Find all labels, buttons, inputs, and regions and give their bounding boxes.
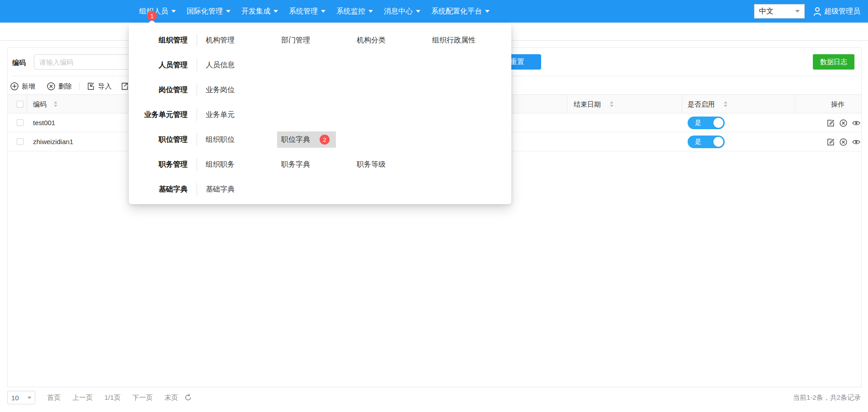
toggle-knob <box>713 137 723 147</box>
menu-item-duty-dictionary[interactable]: 职务字典 <box>281 156 310 173</box>
menu-dev-integration[interactable]: 开发集成 <box>241 7 278 16</box>
import-icon <box>87 82 95 90</box>
next-page-link[interactable]: 下一页 <box>132 393 153 402</box>
view-icon[interactable] <box>852 138 860 148</box>
user-icon <box>813 6 822 16</box>
menu-item-org-duty[interactable]: 组织职务 <box>206 156 235 173</box>
menu-system-monitor[interactable]: 系统监控 <box>336 7 373 16</box>
menu-label: 消息中心 <box>384 7 413 16</box>
page-size-select[interactable]: 10 <box>7 391 35 404</box>
disable-icon[interactable] <box>840 119 847 129</box>
user-account[interactable]: 超级管理员 <box>813 0 860 23</box>
menu-group-duty-mgmt: 职务管理 组织职务 职务字典 职务等级 <box>129 156 511 173</box>
main-menubar: 组织人员 国际化管理 开发集成 系统管理 系统监控 消息中心 系统配置化平台 <box>139 0 490 23</box>
delete-label: 删除 <box>58 82 72 91</box>
language-value: 中文 <box>759 7 774 16</box>
code-filter-input[interactable] <box>34 54 142 70</box>
menu-group-post-mgmt: 岗位管理 业务岗位 <box>129 82 511 98</box>
row-checkbox[interactable] <box>17 119 24 126</box>
step-badge: 2 <box>320 135 330 145</box>
menu-item-position-dictionary[interactable]: 职位字典 <box>281 131 310 148</box>
x-circle-icon <box>47 82 55 90</box>
enabled-toggle[interactable]: 是 <box>688 117 725 129</box>
cell-code: zhiweizidian1 <box>33 138 73 145</box>
group-label: 组织管理 <box>129 32 188 48</box>
export-icon <box>121 82 129 90</box>
delete-button[interactable]: 删除 <box>47 82 72 91</box>
sort-icon[interactable] <box>610 101 613 107</box>
org-personnel-dropdown-panel: 组织管理 机构管理 部门管理 机构分类 组织行政属性 人员管理 人员信息 岗位管… <box>129 24 511 204</box>
view-icon[interactable] <box>852 119 860 129</box>
menu-label: 国际化管理 <box>187 7 223 16</box>
menu-system-management[interactable]: 系统管理 <box>289 7 326 16</box>
sort-icon[interactable] <box>724 101 727 107</box>
menu-item-institution-mgmt[interactable]: 机构管理 <box>206 32 235 48</box>
chevron-down-icon <box>226 10 231 13</box>
select-all-checkbox[interactable] <box>17 101 24 108</box>
prev-page-link[interactable]: 上一页 <box>72 393 93 402</box>
sort-icon[interactable] <box>54 101 57 107</box>
menu-org-personnel[interactable]: 组织人员 <box>139 7 176 16</box>
row-checkbox[interactable] <box>17 138 24 145</box>
disable-icon[interactable] <box>840 138 847 148</box>
chevron-down-icon <box>795 10 800 13</box>
menu-item-basic-dictionary[interactable]: 基础字典 <box>206 181 235 197</box>
menu-message-center[interactable]: 消息中心 <box>384 7 420 16</box>
divider <box>197 133 197 146</box>
menu-item-business-post[interactable]: 业务岗位 <box>206 82 235 98</box>
group-label: 岗位管理 <box>129 82 188 98</box>
user-name: 超级管理员 <box>824 7 860 16</box>
chevron-down-icon <box>274 10 278 13</box>
first-page-link[interactable]: 首页 <box>47 393 61 402</box>
menu-group-basic-dictionary: 基础字典 基础字典 <box>129 181 511 197</box>
menu-notification-badge: 1 <box>147 11 157 21</box>
menu-group-personnel-mgmt: 人员管理 人员信息 <box>129 57 511 73</box>
group-label: 业务单元管理 <box>129 107 188 123</box>
data-log-button[interactable]: 数据日志 <box>813 54 854 70</box>
chevron-down-icon <box>485 10 490 13</box>
menu-label: 系统配置化平台 <box>431 7 482 16</box>
menu-item-institution-category[interactable]: 机构分类 <box>357 32 386 48</box>
column-header-code[interactable]: 编码 <box>33 100 47 109</box>
chevron-down-icon <box>416 10 420 13</box>
menu-config-platform[interactable]: 系统配置化平台 <box>431 7 490 16</box>
menu-item-personnel-info[interactable]: 人员信息 <box>206 57 235 73</box>
column-header-end-date[interactable]: 结束日期 <box>574 100 601 109</box>
group-label: 职位管理 <box>129 131 188 148</box>
refresh-icon[interactable] <box>184 394 192 401</box>
menu-label: 系统管理 <box>289 7 318 16</box>
menu-item-department-mgmt[interactable]: 部门管理 <box>281 32 310 48</box>
cell-code: test001 <box>33 119 55 126</box>
divider <box>197 84 197 96</box>
import-label: 导入 <box>98 82 112 91</box>
import-button[interactable]: 导入 <box>87 82 112 91</box>
last-page-link[interactable]: 末页 <box>165 393 178 402</box>
divider <box>197 108 197 121</box>
application-window: iMedical®HO 基础应用框架1 组织人员 国际化管理 开发集成 系统管理… <box>0 0 868 412</box>
code-filter-label: 编码 <box>12 59 26 67</box>
menu-item-org-admin-attributes[interactable]: 组织行政属性 <box>432 32 476 48</box>
edit-icon[interactable] <box>827 119 835 129</box>
language-select[interactable]: 中文 <box>754 4 805 19</box>
menu-internationalization[interactable]: 国际化管理 <box>187 7 231 16</box>
toggle-label: 是 <box>695 138 701 146</box>
menu-group-org-mgmt: 组织管理 机构管理 部门管理 机构分类 组织行政属性 <box>129 32 511 48</box>
chevron-down-icon <box>171 10 176 13</box>
chevron-down-icon <box>368 10 373 13</box>
chevron-down-icon <box>321 10 326 13</box>
chevron-down-icon <box>28 397 31 399</box>
add-label: 新增 <box>22 82 35 91</box>
pagination-bar: 10 首页 上一页 1/1页 下一页 末页 当前1-2条，共2条记录 <box>7 389 861 407</box>
menu-item-org-position[interactable]: 组织职位 <box>206 131 235 148</box>
enabled-toggle[interactable]: 是 <box>688 136 725 148</box>
add-button[interactable]: 新增 <box>10 82 35 91</box>
menu-item-position-dictionary-highlight[interactable]: 职位字典 2 <box>277 131 336 148</box>
menu-item-duty-grade[interactable]: 职务等级 <box>357 156 386 173</box>
menu-item-business-unit[interactable]: 业务单元 <box>206 107 235 123</box>
column-header-enabled[interactable]: 是否启用 <box>688 100 715 109</box>
menu-group-business-unit-mgmt: 业务单元管理 业务单元 <box>129 107 511 123</box>
edit-icon[interactable] <box>827 138 835 148</box>
divider <box>197 59 197 71</box>
divider <box>197 183 197 196</box>
group-label: 人员管理 <box>129 57 188 73</box>
